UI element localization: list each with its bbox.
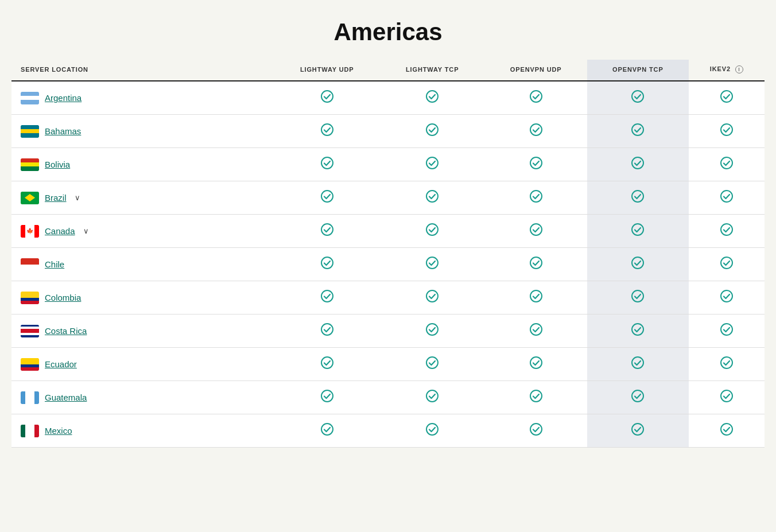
check-icon bbox=[720, 223, 734, 239]
table-row: Guatemala bbox=[11, 381, 765, 414]
svg-point-43 bbox=[632, 357, 643, 368]
check-icon bbox=[631, 389, 645, 406]
check-icon bbox=[631, 123, 645, 139]
country-name[interactable]: Bolivia bbox=[45, 160, 70, 169]
svg-point-49 bbox=[721, 390, 732, 402]
svg-point-29 bbox=[721, 257, 732, 269]
svg-point-16 bbox=[426, 191, 438, 202]
ikev2-cell bbox=[689, 414, 765, 448]
location-cell: Brazil ∨ bbox=[11, 181, 274, 215]
svg-point-25 bbox=[321, 257, 333, 269]
table-header: SERVER LOCATION LIGHTWAY UDP LIGHTWAY TC… bbox=[11, 60, 765, 81]
country-flag: 🍁 bbox=[21, 225, 39, 238]
expand-arrow[interactable]: ∨ bbox=[75, 193, 80, 202]
table-row: Bolivia bbox=[11, 148, 765, 181]
svg-point-13 bbox=[632, 157, 643, 169]
lightway-udp-cell bbox=[274, 314, 380, 348]
location-cell: 🍁 Canada ∨ bbox=[11, 215, 274, 248]
svg-point-7 bbox=[530, 124, 542, 135]
svg-point-33 bbox=[632, 290, 643, 302]
location-cell: Guatemala bbox=[11, 381, 274, 414]
country-name[interactable]: Bahamas bbox=[45, 126, 81, 136]
svg-point-15 bbox=[321, 191, 333, 202]
openvpn-udp-cell bbox=[484, 181, 587, 215]
check-icon bbox=[529, 90, 543, 106]
check-icon bbox=[631, 90, 645, 106]
openvpn-tcp-cell bbox=[587, 348, 689, 381]
location-cell: Chile bbox=[11, 248, 274, 281]
check-icon bbox=[320, 90, 334, 106]
svg-point-28 bbox=[632, 257, 643, 269]
openvpn-udp-cell bbox=[484, 414, 587, 448]
svg-point-52 bbox=[530, 424, 542, 435]
country-name[interactable]: Canada bbox=[45, 226, 75, 236]
table-row: Ecuador bbox=[11, 348, 765, 381]
check-icon bbox=[720, 389, 734, 406]
ikev2-cell bbox=[689, 348, 765, 381]
table-row: Mexico bbox=[11, 414, 765, 448]
table-row: Colombia bbox=[11, 281, 765, 314]
country-name[interactable]: Ecuador bbox=[45, 359, 77, 369]
check-icon bbox=[425, 123, 439, 139]
country-name[interactable]: Guatemala bbox=[45, 393, 87, 402]
check-icon bbox=[720, 156, 734, 173]
svg-point-18 bbox=[632, 191, 643, 202]
svg-point-9 bbox=[721, 124, 732, 135]
svg-point-26 bbox=[426, 257, 438, 269]
check-icon bbox=[425, 289, 439, 306]
expand-arrow[interactable]: ∨ bbox=[83, 227, 89, 235]
lightway-udp-cell bbox=[274, 115, 380, 148]
openvpn-tcp-cell bbox=[587, 115, 689, 148]
svg-point-8 bbox=[632, 124, 643, 135]
table-row: Chile bbox=[11, 248, 765, 281]
location-cell: Argentina bbox=[11, 81, 274, 115]
country-name[interactable]: Colombia bbox=[45, 293, 81, 302]
openvpn-udp-cell bbox=[484, 215, 587, 248]
country-name[interactable]: Argentina bbox=[45, 93, 82, 103]
openvpn-tcp-cell bbox=[587, 414, 689, 448]
country-name[interactable]: Chile bbox=[45, 259, 64, 269]
col-header-openvpn-udp: OPENVPN UDP bbox=[484, 60, 587, 81]
check-icon bbox=[320, 223, 334, 239]
svg-point-32 bbox=[530, 290, 542, 302]
svg-point-50 bbox=[321, 424, 333, 435]
country-flag bbox=[21, 258, 39, 271]
lightway-tcp-cell bbox=[380, 348, 485, 381]
table-row: 🍁 Canada ∨ bbox=[11, 215, 765, 248]
table-row: Bahamas bbox=[11, 115, 765, 148]
table-row: Brazil ∨ bbox=[11, 181, 765, 215]
table-body: Argentina bbox=[11, 81, 765, 448]
check-icon bbox=[425, 256, 439, 273]
country-name[interactable]: Costa Rica bbox=[45, 326, 87, 336]
svg-point-6 bbox=[426, 124, 438, 135]
ikev2-info-icon[interactable]: i bbox=[735, 65, 743, 73]
svg-point-10 bbox=[321, 157, 333, 169]
country-name[interactable]: Brazil bbox=[45, 193, 67, 203]
check-icon bbox=[529, 323, 543, 339]
lightway-tcp-cell bbox=[380, 248, 485, 281]
lightway-udp-cell bbox=[274, 414, 380, 448]
check-icon bbox=[631, 189, 645, 206]
col-header-location: SERVER LOCATION bbox=[11, 60, 274, 81]
svg-point-17 bbox=[530, 191, 542, 202]
check-icon bbox=[720, 422, 734, 439]
check-icon bbox=[320, 323, 334, 339]
lightway-tcp-cell bbox=[380, 414, 485, 448]
svg-point-54 bbox=[721, 424, 732, 435]
check-icon bbox=[631, 256, 645, 273]
ikev2-cell bbox=[689, 181, 765, 215]
openvpn-udp-cell bbox=[484, 381, 587, 414]
check-icon bbox=[425, 323, 439, 339]
country-name[interactable]: Mexico bbox=[45, 426, 72, 436]
svg-point-14 bbox=[721, 157, 732, 169]
svg-point-39 bbox=[721, 324, 732, 335]
page-title: Americas bbox=[0, 0, 776, 60]
openvpn-tcp-cell bbox=[587, 281, 689, 314]
svg-point-23 bbox=[632, 224, 643, 235]
svg-point-46 bbox=[426, 390, 438, 402]
country-flag bbox=[21, 358, 39, 371]
check-icon bbox=[320, 356, 334, 372]
svg-point-27 bbox=[530, 257, 542, 269]
svg-point-47 bbox=[530, 390, 542, 402]
svg-point-0 bbox=[321, 91, 333, 102]
